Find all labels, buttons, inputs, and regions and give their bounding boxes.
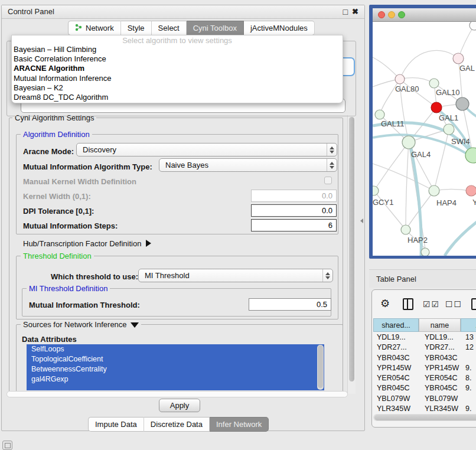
restore-panel-button[interactable]: [2, 441, 12, 450]
algorithm-option-selected[interactable]: ARACNE Algorithm: [12, 64, 343, 73]
mi-algorithm-type-select[interactable]: Naive Bayes: [159, 158, 337, 172]
data-attributes-list[interactable]: SelfLoops TopologicalCoefficient Between…: [27, 344, 324, 390]
split-columns-icon[interactable]: [403, 298, 413, 310]
cell: 9.: [465, 383, 471, 393]
node-hap4[interactable]: [429, 185, 439, 196]
list-scrollbar[interactable]: [317, 345, 324, 390]
tab-select[interactable]: Select: [152, 21, 187, 35]
node-gal11[interactable]: [375, 110, 384, 119]
node-label: GAL1: [439, 113, 458, 122]
node-gal80[interactable]: [395, 74, 405, 84]
tab-cyni-toolbox[interactable]: Cyni Toolbox: [187, 21, 244, 35]
node-label: GCY1: [373, 198, 393, 207]
node-gal4[interactable]: [402, 136, 415, 149]
zoom-traffic-light-icon[interactable]: [398, 11, 405, 18]
node-gcy1[interactable]: [373, 186, 379, 195]
table-row[interactable]: YDL19...YDL19...13: [373, 332, 476, 343]
algorithm-dropdown-placeholder: Select algorithm to view settings: [12, 35, 343, 45]
new-table-icon[interactable]: [471, 298, 476, 310]
tab-cyni-toolbox-label: Cyni Toolbox: [193, 24, 237, 32]
tab-jactivemnodules-label: jActiveMNodules: [250, 24, 308, 32]
dpi-tolerance-field[interactable]: 0.0: [251, 204, 337, 217]
sources-title[interactable]: Sources for Network Inference: [21, 320, 141, 329]
node-gal10[interactable]: [429, 79, 439, 88]
data-attributes-label: Data Attributes: [22, 335, 77, 344]
table-row[interactable]: YBR043CYBR043C: [373, 353, 476, 363]
attribute-item[interactable]: BetweennessCentrality: [27, 364, 324, 374]
node-swi4[interactable]: [465, 148, 476, 163]
collapse-down-icon: [131, 322, 139, 328]
select-all-columns-icon[interactable]: ☑☑: [423, 299, 440, 309]
table-row[interactable]: YDR27...YDR27...12: [373, 343, 476, 353]
tab-jactivemnodules[interactable]: jActiveMNodules: [244, 21, 315, 35]
column-header-name[interactable]: name: [419, 318, 461, 332]
apply-button[interactable]: Apply: [159, 399, 200, 412]
tab-style[interactable]: Style: [121, 21, 152, 35]
node-label: HAP2: [407, 236, 428, 244]
control-panel-tabs: Network Style Select Cyni Toolbox jActiv…: [68, 21, 315, 35]
close-window-icon[interactable]: ✖: [352, 7, 358, 16]
algorithm-option[interactable]: Dream8 DC_TDC Algorithm: [12, 93, 343, 102]
algorithm-option[interactable]: Basic Correlation Inference: [12, 54, 343, 64]
cell: 9.: [465, 363, 471, 373]
tab-discretize-data[interactable]: Discretize Data: [144, 417, 210, 432]
node-hap2[interactable]: [401, 225, 410, 234]
table-row[interactable]: YBR045CYBR045C9.: [373, 383, 476, 393]
attribute-item[interactable]: SelfLoops: [27, 344, 324, 354]
which-threshold-value: MI Threshold: [139, 271, 322, 280]
table-horizontal-scrollbar[interactable]: [373, 414, 476, 421]
table-panel-title: Table Panel: [376, 275, 416, 283]
table-rows[interactable]: YDL19...YDL19...13 YDR27...YDR27...12 YB…: [373, 332, 476, 421]
table-row[interactable]: YPR145WYPR145W9.: [373, 363, 476, 373]
column-header-shared-name[interactable]: shared...: [373, 318, 419, 332]
tab-infer-network[interactable]: Infer Network: [210, 417, 269, 432]
node-label: GAL: [459, 64, 475, 73]
algorithm-option[interactable]: Bayesian – K2: [12, 83, 343, 93]
table-row[interactable]: YER054CYER054C8.: [373, 373, 476, 383]
node-partial-bottom[interactable]: [421, 248, 429, 256]
attribute-item[interactable]: TopologicalCoefficient: [27, 354, 324, 364]
column-header-partial[interactable]: A: [461, 318, 476, 332]
control-panel-titlebar: Control Panel □ ✖: [2, 5, 364, 19]
node-label: Y: [472, 198, 476, 207]
node-red-selected[interactable]: [431, 102, 442, 113]
hub-definition-toggle[interactable]: Hub/Transcription Factor Definition: [23, 239, 151, 248]
tab-impute-data[interactable]: Impute Data: [88, 417, 144, 432]
panel-divider-collapse-icon[interactable]: [360, 219, 363, 223]
float-window-icon[interactable]: □: [343, 7, 348, 17]
network-window-titlebar: [373, 8, 476, 22]
attribute-item[interactable]: gal4RGexp: [27, 374, 324, 384]
cell: 9.: [465, 404, 471, 414]
close-traffic-light-icon[interactable]: [378, 11, 385, 18]
node-gal1[interactable]: [444, 124, 454, 135]
aracne-mode-label: Aracne Mode:: [23, 147, 74, 156]
algorithm-option[interactable]: Mutual Information Inference: [12, 74, 343, 83]
minimize-traffic-light-icon[interactable]: [388, 11, 395, 18]
node-gal7[interactable]: [453, 53, 464, 64]
mi-threshold-group-title: MI Threshold Definition: [27, 284, 110, 293]
sources-title-label: Sources for Network Inference: [23, 320, 127, 329]
tab-network[interactable]: Network: [68, 21, 121, 35]
mi-threshold-field[interactable]: 0.5: [249, 298, 331, 311]
mi-steps-field[interactable]: 6: [251, 219, 337, 231]
algorithm-option[interactable]: Bayesian – Hill Climbing: [12, 45, 343, 54]
network-view-window[interactable]: GAL GAL80 GAL10 GAL1 SWI4 GAL11 GAL4 GCY…: [369, 5, 476, 259]
node-unlabeled[interactable]: [470, 22, 476, 30]
node-salmon[interactable]: [466, 185, 476, 196]
cell: YDR27...: [425, 343, 455, 353]
table-row[interactable]: YLR345WYLR345W9.: [373, 404, 476, 414]
settings-horizontal-scrollbar[interactable]: [6, 391, 348, 397]
network-canvas[interactable]: GAL GAL80 GAL10 GAL1 SWI4 GAL11 GAL4 GCY…: [373, 22, 476, 256]
network-icon: [75, 24, 83, 31]
settings-vertical-scrollbar[interactable]: [347, 115, 356, 394]
table-row[interactable]: YBL079WYBL079W: [373, 394, 476, 404]
stepper-arrows-icon: [322, 269, 332, 282]
manual-kernel-width-checkbox[interactable]: [324, 177, 332, 184]
aracne-mode-select[interactable]: Discovery: [76, 143, 337, 156]
gear-icon[interactable]: ⚙: [380, 297, 390, 309]
which-threshold-select[interactable]: MI Threshold: [138, 269, 333, 282]
deselect-all-columns-icon[interactable]: ☐☐: [445, 299, 462, 309]
node-gray[interactable]: [456, 97, 469, 110]
kernel-width-field[interactable]: 0.0: [251, 190, 337, 202]
node-label: GAL10: [436, 88, 459, 97]
